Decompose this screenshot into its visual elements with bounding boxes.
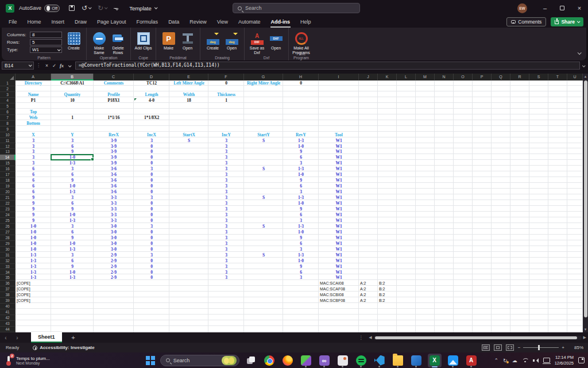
cell-D31[interactable]: 3 (134, 252, 169, 258)
row-header-35[interactable]: 35 (0, 275, 16, 281)
cell-F33[interactable]: 3 (208, 264, 244, 270)
cell-C15[interactable]: 3-9 (94, 160, 134, 166)
cell-D10[interactable]: IncX (134, 132, 169, 138)
column-header-T[interactable]: T (548, 74, 567, 80)
cancel-icon[interactable]: × (43, 63, 51, 68)
cell-D16[interactable]: 3 (134, 166, 169, 172)
row-header-30[interactable]: 30 (0, 247, 16, 252)
row-header-33[interactable]: 33 (0, 264, 16, 270)
cell-F4[interactable]: 1 (208, 98, 244, 103)
cell-C28[interactable]: 3-0 (94, 235, 134, 241)
cell-D15[interactable]: 0 (134, 160, 169, 166)
row-header-37[interactable]: 37 (0, 286, 16, 292)
cell-I11[interactable]: W1 (319, 138, 359, 144)
column-header-I[interactable]: I (319, 74, 359, 80)
cell-A22[interactable]: 9 (16, 201, 51, 206)
cell-B30[interactable]: 1-3 (51, 247, 94, 252)
cell-A23[interactable]: 9 (16, 206, 51, 212)
cell-B12[interactable]: 6 (51, 144, 94, 150)
cell-E4[interactable]: 18 (169, 98, 208, 103)
cell-H13[interactable]: 9 (283, 149, 319, 155)
cell-F30[interactable]: 3 (208, 247, 244, 252)
enter-icon[interactable]: ✓ (51, 63, 58, 68)
row-header-34[interactable]: 34 (0, 270, 16, 275)
cell-J39[interactable]: A:2 (359, 298, 378, 304)
cell-A24[interactable]: 9 (16, 212, 51, 218)
field-input-type[interactable]: W1 (30, 47, 62, 53)
scroll-down-icon[interactable]: ▼ (583, 327, 588, 332)
cell-B21[interactable]: 3 (51, 195, 94, 201)
cell-E1[interactable]: Left Miter Angle (169, 80, 208, 86)
ribbon-tab-automate[interactable]: Automate (233, 17, 266, 28)
search-box[interactable]: Search (233, 3, 360, 13)
ribbon-tab-review[interactable]: Review (184, 17, 212, 28)
cell-C29[interactable]: 3-0 (94, 241, 134, 247)
cell-H18[interactable]: 9 (283, 178, 319, 183)
cell-D22[interactable]: 0 (134, 201, 169, 206)
cell-C13[interactable]: 3-9 (94, 149, 134, 155)
cell-B33[interactable]: 9 (51, 264, 94, 270)
column-header-N[interactable]: N (435, 74, 454, 80)
cell-I28[interactable]: W1 (319, 235, 359, 241)
volume-icon[interactable] (533, 358, 539, 363)
cell-A31[interactable]: 1-3 (16, 252, 51, 258)
cell-A6[interactable]: Top (16, 109, 51, 115)
row-header-40[interactable]: 40 (0, 304, 16, 309)
cell-D33[interactable]: 0 (134, 264, 169, 270)
cell-F26[interactable]: 3 (208, 224, 244, 229)
cell-C4[interactable]: P18X1 (94, 98, 134, 103)
cell-D12[interactable]: 0 (134, 144, 169, 150)
cell-C11[interactable]: 3-9 (94, 138, 134, 144)
row-header-25[interactable]: 25 (0, 218, 16, 224)
horizontal-scroll-thumb[interactable] (375, 336, 577, 339)
peddimat-open-button[interactable]: Open (178, 30, 197, 51)
cell-J38[interactable]: A:2 (359, 292, 378, 298)
cell-K38[interactable]: B:2 (378, 292, 397, 298)
cell-H20[interactable]: 3 (283, 189, 319, 195)
cell-B20[interactable]: 1-3 (51, 189, 94, 195)
normal-view-icon[interactable] (482, 344, 490, 351)
cell-C25[interactable]: 3-3 (94, 218, 134, 224)
row-header-32[interactable]: 32 (0, 258, 16, 264)
cell-B17[interactable]: 6 (51, 172, 94, 178)
battery-device-icon[interactable] (543, 358, 550, 363)
cell-B18[interactable]: 9 (51, 178, 94, 183)
undo-icon[interactable]: ↺ (82, 4, 91, 12)
cell-H27[interactable]: 1-0 (283, 229, 319, 235)
cell-B32[interactable]: 6 (51, 258, 94, 264)
cell-G1[interactable]: Right Miter Angle (244, 80, 283, 86)
maximize-button[interactable] (554, 0, 571, 16)
cell-B31[interactable]: 3 (51, 252, 94, 258)
row-header-39[interactable]: 39 (0, 298, 16, 304)
column-header-B[interactable]: B (51, 74, 94, 80)
row-header-6[interactable]: 6 (0, 109, 16, 115)
cell-B3[interactable]: Quantity (51, 92, 94, 98)
taskbar-icon-firefox[interactable] (281, 354, 295, 367)
cell-F22[interactable]: 3 (208, 201, 244, 206)
notification-center-icon[interactable] (578, 357, 585, 363)
cell-H12[interactable]: 1-0 (283, 144, 319, 150)
cell-G26[interactable]: S (244, 224, 283, 229)
cell-A26[interactable]: 1-0 (16, 224, 51, 229)
cell-H17[interactable]: 1-0 (283, 172, 319, 178)
cell-A38[interactable]: [COPE] (16, 292, 51, 298)
cell-E10[interactable]: StartX (169, 132, 208, 138)
cell-F21[interactable]: 3 (208, 195, 244, 201)
cell-K39[interactable]: B:2 (378, 298, 397, 304)
sheet-tab-sheet1[interactable]: Sheet1 (31, 332, 62, 343)
cell-I33[interactable]: W1 (319, 264, 359, 270)
cell-H25[interactable]: 3 (283, 218, 319, 224)
cell-K36[interactable]: B:2 (378, 281, 397, 286)
cell-D27[interactable]: 0 (134, 229, 169, 235)
dxf-open-button[interactable]: Open (266, 30, 285, 51)
cell-I32[interactable]: W1 (319, 258, 359, 264)
cell-D20[interactable]: 0 (134, 189, 169, 195)
cell-A27[interactable]: 1-0 (16, 229, 51, 235)
cell-A29[interactable]: 1-0 (16, 241, 51, 247)
cell-I15[interactable]: W1 (319, 160, 359, 166)
ribbon-tab-insert[interactable]: Insert (47, 17, 70, 28)
cell-A35[interactable]: 1-3 (16, 275, 51, 281)
cell-I17[interactable]: W1 (319, 172, 359, 178)
cell-grid[interactable]: DirectoryC:\C3668\A1CommentsTC12Left Mit… (16, 80, 583, 332)
column-header-L[interactable]: L (397, 74, 416, 80)
